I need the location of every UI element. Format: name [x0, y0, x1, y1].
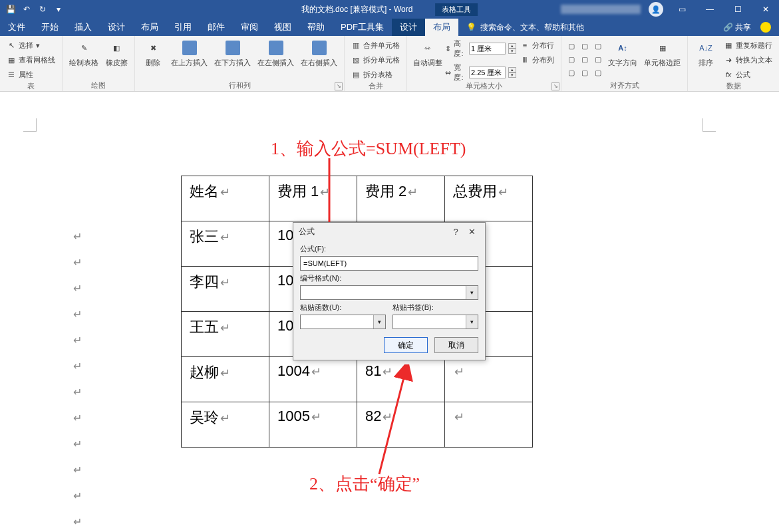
cell-margins-button[interactable]: ▦单元格边距 — [641, 37, 683, 68]
chevron-down-icon[interactable]: ▾ — [466, 315, 478, 329]
cell-r1c1[interactable]: 张三↵ — [182, 221, 269, 267]
distribute-rows-button[interactable]: ≡分布行 — [518, 39, 557, 52]
close-icon[interactable]: ✕ — [752, 0, 779, 19]
cell-r5c1[interactable]: 吴玲↵ — [182, 402, 269, 448]
formula-input[interactable] — [300, 256, 478, 271]
cell-header-1[interactable]: 姓名↵ — [182, 176, 269, 221]
dialog-help-button[interactable]: ? — [448, 227, 464, 237]
cell-r4c2[interactable]: 1004↵ — [269, 357, 357, 402]
qat-customize-icon[interactable]: ▾ — [52, 3, 65, 16]
height-down[interactable]: ▾ — [508, 49, 516, 54]
distribute-cols-button[interactable]: Ⅲ分布列 — [518, 53, 557, 66]
number-format-label: 编号格式(N): — [300, 273, 478, 283]
document-canvas[interactable]: ↵↵↵ ↵↵↵ ↵↵↵ ↵↵↵ ↵↵↵ 姓名↵ 费用 1↵ 费用 2↵ 总费用↵… — [0, 92, 779, 532]
align-br-button[interactable]: ▢ — [592, 66, 604, 78]
dialog-close-button[interactable]: ✕ — [464, 227, 480, 237]
paste-function-combo[interactable]: ▾ — [300, 315, 386, 329]
align-ml-button[interactable]: ▢ — [565, 53, 577, 65]
sort-button[interactable]: A↓Z排序 — [692, 37, 720, 68]
maximize-icon[interactable]: ☐ — [724, 0, 751, 19]
view-gridlines-button[interactable]: ▦查看网格线 — [4, 53, 58, 66]
cellsize-launcher[interactable]: ↘ — [551, 82, 559, 90]
undo-icon[interactable]: ↶ — [20, 3, 33, 16]
share-button[interactable]: 🔗 共享 — [723, 22, 751, 33]
cell-r5c3[interactable]: 82↵ — [357, 402, 445, 448]
tab-help[interactable]: 帮助 — [299, 19, 333, 36]
cell-r2c1[interactable]: 李四↵ — [182, 267, 269, 312]
tab-review[interactable]: 审阅 — [233, 19, 266, 36]
feedback-smile-icon[interactable] — [760, 22, 771, 33]
tab-references[interactable]: 引用 — [166, 19, 200, 36]
align-tc-button[interactable]: ▢ — [579, 40, 591, 52]
align-tl-button[interactable]: ▢ — [565, 40, 577, 52]
paste-bookmark-combo[interactable]: ▾ — [392, 315, 478, 329]
tab-layout[interactable]: 布局 — [133, 19, 166, 36]
tab-view[interactable]: 视图 — [266, 19, 299, 36]
ok-button[interactable]: 确定 — [384, 337, 428, 353]
autofit-icon: ⇿ — [418, 39, 437, 57]
delete-table-icon: ✖ — [144, 39, 162, 57]
insert-right-button[interactable]: 在右侧插入 — [298, 37, 340, 68]
cell-header-3[interactable]: 费用 2↵ — [357, 176, 445, 221]
cell-header-4[interactable]: 总费用↵ — [445, 176, 533, 221]
insert-above-button[interactable]: 在上方插入 — [168, 37, 210, 68]
align-tr-button[interactable]: ▢ — [592, 40, 604, 52]
cell-r4c4[interactable]: ↵ — [445, 357, 533, 402]
height-up[interactable]: ▴ — [508, 43, 516, 49]
split-cells-button[interactable]: ▧拆分单元格 — [349, 53, 402, 66]
formula-field-label: 公式(F): — [300, 244, 478, 254]
save-icon[interactable]: 💾 — [4, 3, 17, 16]
select-button[interactable]: ↖选择 ▾ — [4, 39, 58, 52]
autofit-button[interactable]: ⇿自动调整 — [411, 37, 444, 68]
eraser-button[interactable]: ◧橡皮擦 — [102, 37, 130, 68]
width-label: 宽度: — [454, 63, 466, 82]
insert-right-icon — [310, 39, 329, 57]
split-table-button[interactable]: ▤拆分表格 — [349, 68, 402, 81]
align-mc-button[interactable]: ▢ — [579, 53, 591, 65]
tab-mailings[interactable]: 邮件 — [200, 19, 233, 36]
cell-header-2[interactable]: 费用 1↵ — [269, 176, 357, 221]
insert-left-button[interactable]: 在左侧插入 — [255, 37, 297, 68]
chevron-down-icon[interactable]: ▾ — [373, 315, 385, 329]
tab-file[interactable]: 文件 — [0, 19, 33, 36]
width-input[interactable] — [469, 66, 506, 78]
insert-below-button[interactable]: 在下方插入 — [212, 37, 253, 68]
minimize-icon[interactable]: — — [697, 0, 723, 19]
user-avatar[interactable]: 👤 — [649, 2, 663, 17]
draw-table-button[interactable]: ✎绘制表格 — [67, 37, 101, 68]
ribbon-options-icon[interactable]: ▭ — [669, 0, 695, 19]
cell-r4c3[interactable]: 81↵ — [357, 357, 445, 402]
dialog-titlebar[interactable]: 公式 ? ✕ — [293, 223, 485, 240]
cell-r4c1[interactable]: 赵柳↵ — [182, 357, 269, 402]
tab-home[interactable]: 开始 — [33, 19, 67, 36]
cell-r3c1[interactable]: 王五↵ — [182, 312, 269, 357]
tab-insert[interactable]: 插入 — [67, 19, 100, 36]
repeat-header-button[interactable]: ▦重复标题行 — [721, 39, 775, 52]
tab-table-design[interactable]: 设计 — [392, 19, 425, 36]
col-width-icon: ⇔ — [445, 68, 451, 77]
formula-button[interactable]: fx公式 — [721, 68, 775, 81]
cell-r5c4[interactable]: ↵ — [445, 402, 533, 448]
paragraph-marks-left: ↵↵↵ ↵↵↵ ↵↵↵ ↵↵↵ ↵↵↵ — [73, 230, 82, 532]
tab-table-layout[interactable]: 布局 — [425, 19, 458, 36]
cancel-button[interactable]: 取消 — [434, 337, 478, 353]
align-bl-button[interactable]: ▢ — [565, 66, 577, 78]
align-bc-button[interactable]: ▢ — [579, 66, 591, 78]
text-direction-button[interactable]: A↕文字方向 — [605, 37, 640, 68]
tab-design[interactable]: 设计 — [100, 19, 133, 36]
width-down[interactable]: ▾ — [508, 72, 516, 78]
height-input[interactable] — [469, 43, 506, 55]
delete-button[interactable]: ✖删除 — [139, 37, 167, 68]
align-mr-button[interactable]: ▢ — [592, 53, 604, 65]
tell-me-search[interactable]: 💡 搜索命令、文本、帮助和其他 — [466, 22, 584, 33]
chevron-down-icon[interactable]: ▾ — [466, 286, 478, 299]
merge-cells-button[interactable]: ▥合并单元格 — [349, 39, 402, 52]
convert-text-button[interactable]: ➜转换为文本 — [721, 53, 775, 66]
cell-r5c2[interactable]: 1005↵ — [269, 402, 357, 448]
redo-icon[interactable]: ↻ — [36, 3, 49, 16]
rows-cols-launcher[interactable]: ↘ — [335, 82, 343, 90]
tab-pdf[interactable]: PDF工具集 — [333, 19, 392, 36]
properties-button[interactable]: ☰属性 — [4, 68, 58, 81]
width-up[interactable]: ▴ — [508, 67, 516, 72]
number-format-combo[interactable]: ▾ — [300, 285, 478, 300]
